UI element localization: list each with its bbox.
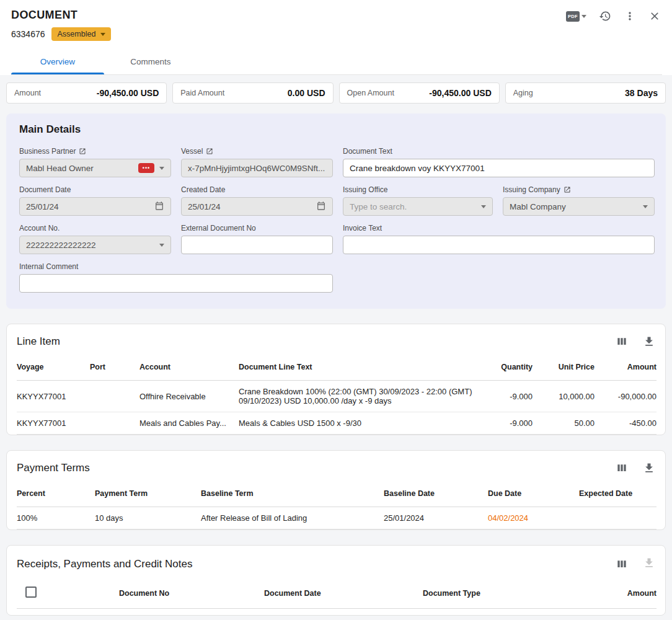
cell-payment-term: 10 days (90, 507, 196, 529)
line-item-section: Line Item Voyage Port Account Document L… (6, 324, 666, 435)
select-all-checkbox[interactable] (25, 587, 37, 598)
page-title: DOCUMENT (11, 9, 662, 22)
amount-value: -90,450.00 USD (97, 88, 159, 98)
cell-document-line-text: Crane Breakdown 100% (22:00 (GMT) 30/09/… (234, 381, 494, 412)
business-partner-select[interactable]: Mabl Head Owner ••• (19, 159, 171, 177)
col-due-date: Due Date (483, 478, 574, 507)
document-number: 6334676 (11, 29, 45, 39)
open-amount-card: Open Amount -90,450.00 USD (339, 82, 500, 104)
col-voyage: Voyage (17, 352, 85, 381)
chevron-down-icon (643, 205, 648, 208)
account-no-select[interactable]: 222222222222222 (19, 236, 171, 254)
main-details-section: Main Details Business Partner Mabl Head … (6, 113, 666, 309)
col-port: Port (85, 352, 135, 381)
history-icon (599, 10, 611, 22)
cell-expected-date (574, 507, 657, 529)
col-document-type: Document Type (418, 575, 573, 609)
amount-card: Amount -90,450.00 USD (6, 82, 167, 104)
calendar-icon[interactable] (316, 201, 326, 213)
chevron-down-icon (581, 15, 586, 18)
receipts-section: Receipts, Payments and Credit Notes Docu… (6, 545, 666, 616)
paid-amount-value: 0.00 USD (288, 88, 325, 98)
tab-comments[interactable]: Comments (104, 50, 197, 74)
open-in-new-icon[interactable] (79, 148, 86, 155)
created-date-field: 25/01/24 (181, 197, 333, 216)
chevron-down-icon (481, 205, 486, 208)
invoice-text-input[interactable] (343, 236, 655, 254)
issuing-company-select[interactable]: Mabl Company (503, 197, 655, 216)
account-no-value: 222222222222222 (26, 241, 154, 250)
internal-comment-input[interactable] (19, 274, 333, 293)
created-date-label: Created Date (181, 185, 225, 194)
account-no-field-group: Account No. 222222222222222 (19, 224, 171, 254)
line-item-title: Line Item (17, 335, 60, 348)
download-icon[interactable] (643, 462, 655, 474)
cell-baseline-date: 25/01/2024 (379, 507, 483, 529)
open-in-new-icon[interactable] (206, 148, 213, 155)
summary-cards: Amount -90,450.00 USD Paid Amount 0.00 U… (0, 75, 672, 107)
open-in-new-icon[interactable] (564, 186, 571, 193)
open-amount-label: Open Amount (347, 89, 394, 97)
col-document-date: Document Date (259, 575, 418, 609)
cell-document-line-text: Meals & Cables USD 1500 x -9/30 (234, 412, 494, 435)
document-text-label: Document Text (343, 147, 392, 156)
aging-label: Aging (513, 89, 533, 97)
created-date-field-group: Created Date 25/01/24 (181, 185, 333, 216)
issuing-office-field-group: Issuing Office Type to search. (343, 185, 493, 216)
column-settings-icon[interactable] (616, 335, 628, 348)
cell-amount: -450.00 (599, 412, 657, 435)
issuing-office-select[interactable]: Type to search. (343, 197, 493, 216)
col-expected-date: Expected Date (574, 478, 657, 507)
status-badge-label: Assembled (58, 30, 96, 38)
column-settings-icon[interactable] (616, 558, 628, 570)
cell-voyage: KKYYX77001 (17, 412, 85, 435)
column-settings-icon[interactable] (616, 462, 628, 474)
document-text-field-group: Document Text (343, 147, 655, 177)
document-text-input[interactable] (343, 159, 655, 177)
col-baseline-term: Baseline Term (196, 478, 379, 507)
cell-quantity: -9.000 (494, 381, 537, 412)
receipts-title: Receipts, Payments and Credit Notes (17, 558, 192, 570)
issuing-office-placeholder: Type to search. (350, 202, 476, 211)
cell-unit-price: 10,000.00 (537, 381, 599, 412)
payment-terms-row[interactable]: 100% 10 days After Release of Bill of La… (17, 507, 657, 529)
line-item-header-row: Voyage Port Account Document Line Text Q… (17, 352, 657, 381)
issuing-company-label: Issuing Company (503, 185, 560, 194)
external-document-no-field-group: External Document No (181, 224, 333, 254)
business-partner-field-group: Business Partner Mabl Head Owner ••• (19, 147, 171, 177)
more-menu-button[interactable] (624, 10, 636, 22)
col-quantity: Quantity (494, 352, 537, 381)
cell-unit-price: 50.00 (537, 412, 599, 435)
external-document-no-input[interactable] (181, 236, 333, 254)
download-button-disabled (643, 557, 655, 572)
history-button[interactable] (599, 10, 611, 22)
tab-overview[interactable]: Overview (11, 50, 104, 74)
created-date-value: 25/01/24 (188, 202, 311, 211)
issuing-company-field-group: Issuing Company Mabl Company (503, 185, 655, 216)
download-icon[interactable] (643, 335, 655, 348)
payment-terms-title: Payment Terms (17, 462, 90, 474)
line-item-row[interactable]: KKYYX77001 Meals and Cables Pay... Meals… (17, 412, 657, 435)
payment-terms-section: Payment Terms Percent Payment Term Basel… (6, 450, 666, 530)
cell-account: Offhire Receivable (135, 381, 234, 412)
tab-bar: Overview Comments (11, 50, 662, 75)
overflow-pill-icon[interactable]: ••• (138, 163, 154, 173)
chevron-down-icon (159, 244, 164, 247)
col-document-line-text: Document Line Text (234, 352, 494, 381)
external-document-no-label: External Document No (181, 224, 256, 232)
document-date-field-group: Document Date 25/01/24 (19, 185, 171, 216)
close-icon (648, 10, 661, 22)
close-button[interactable] (648, 10, 661, 22)
document-date-label: Document Date (19, 185, 71, 194)
export-pdf-button[interactable]: PDF (566, 11, 586, 22)
cell-port (85, 381, 135, 412)
cell-voyage: KKYYX77001 (17, 381, 85, 412)
document-date-field: 25/01/24 (19, 197, 171, 216)
calendar-icon[interactable] (154, 201, 164, 213)
document-date-value: 25/01/24 (26, 202, 149, 211)
invoice-text-field-group: Invoice Text (343, 224, 655, 254)
line-item-row[interactable]: KKYYX77001 Offhire Receivable Crane Brea… (17, 381, 657, 412)
receipts-table: Document No Document Date Document Type … (17, 575, 657, 609)
receipts-header-row: Document No Document Date Document Type … (17, 575, 657, 609)
status-badge-dropdown[interactable]: Assembled (51, 27, 112, 41)
